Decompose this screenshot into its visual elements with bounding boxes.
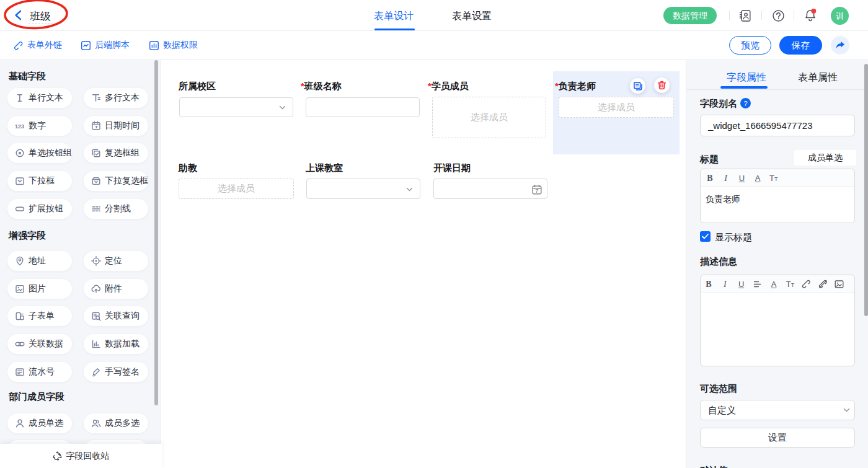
- svg-text:7: 7: [535, 187, 538, 194]
- svg-text:?: ?: [743, 100, 747, 107]
- svg-text:123: 123: [15, 123, 24, 129]
